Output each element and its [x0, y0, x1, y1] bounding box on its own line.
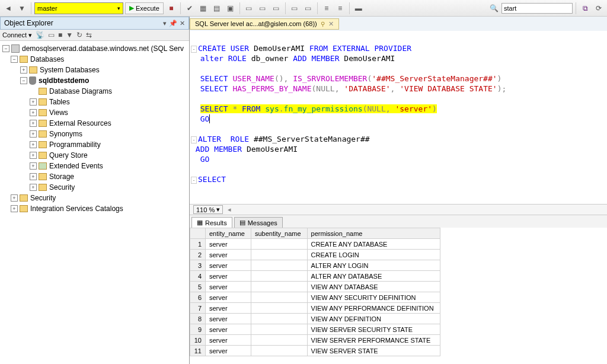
column-header[interactable]: permission_name	[307, 228, 440, 239]
column-header[interactable]: subentity_name	[251, 228, 307, 239]
grid-icon[interactable]: ▦	[197, 2, 209, 14]
close-icon[interactable]: ✕	[328, 20, 334, 28]
stop-icon[interactable]: ■	[58, 31, 62, 39]
tables-node[interactable]: Tables	[49, 98, 70, 106]
expand-icon[interactable]: +	[11, 205, 18, 212]
views-node[interactable]: Views	[49, 108, 68, 117]
server-node[interactable]: demosqlserverad.database.windows.net (SQ…	[22, 44, 184, 53]
cell[interactable]	[251, 260, 307, 271]
table-row[interactable]: 3serverALTER ANY LOGIN	[190, 260, 440, 271]
pin-icon[interactable]: 📌	[169, 20, 177, 27]
cell[interactable]	[251, 282, 307, 292]
row-number[interactable]: 4	[190, 271, 206, 282]
database-combo[interactable]: master ▾	[34, 2, 123, 14]
cell[interactable]: server	[206, 292, 251, 303]
table-row[interactable]: 7serverVIEW ANY PERFORMANCE DEFINITION	[190, 303, 440, 314]
collapse-icon[interactable]: −	[20, 77, 27, 84]
object-tree[interactable]: −demosqlserverad.database.windows.net (S…	[0, 41, 189, 364]
cell[interactable]: VIEW ANY DATABASE	[307, 282, 440, 292]
results-tab[interactable]: ▦Results	[191, 217, 232, 228]
nav-back-icon[interactable]: ◄	[2, 2, 14, 14]
table-row[interactable]: 8serverVIEW ANY DEFINITION	[190, 314, 440, 324]
cell[interactable]: ALTER ANY LOGIN	[307, 260, 440, 271]
synonyms-node[interactable]: Synonyms	[49, 130, 82, 138]
parse-icon[interactable]: ✔	[184, 2, 196, 14]
dropdown-icon[interactable]: ▾	[163, 20, 167, 27]
cell[interactable]: server	[206, 250, 251, 260]
row-number[interactable]: 1	[190, 239, 206, 250]
cell[interactable]: server	[206, 239, 251, 250]
user-db-node[interactable]: sqldbtestdemo	[39, 76, 89, 85]
expand-icon[interactable]: +	[30, 173, 37, 180]
table-row[interactable]: 11serverVIEW SERVER STATE	[190, 346, 440, 356]
cell[interactable]: VIEW SERVER PERFORMANCE STATE	[307, 335, 440, 346]
row-number[interactable]: 10	[190, 335, 206, 346]
table-row[interactable]: 9serverVIEW SERVER SECURITY STATE	[190, 324, 440, 335]
collapse-icon[interactable]: −	[11, 56, 18, 63]
expand-icon[interactable]: +	[30, 120, 37, 127]
zoom-combo[interactable]: 110 % ▾	[193, 205, 223, 214]
toolbar-icon[interactable]: ▭	[270, 2, 282, 14]
close-icon[interactable]: ✕	[180, 20, 185, 27]
refresh-icon[interactable]: ↻	[76, 31, 82, 39]
table-row[interactable]: 10serverVIEW SERVER PERFORMANCE STATE	[190, 335, 440, 346]
cell[interactable]	[251, 250, 307, 260]
expand-icon[interactable]: +	[11, 194, 18, 202]
expand-icon[interactable]: +	[30, 184, 37, 191]
vs-icon[interactable]: ⧉	[579, 2, 591, 14]
column-header[interactable]	[190, 228, 206, 239]
programmability-node[interactable]: Programmability	[49, 141, 101, 149]
sync-icon[interactable]: ⇆	[86, 31, 92, 39]
row-number[interactable]: 3	[190, 260, 206, 271]
cell[interactable]	[251, 335, 307, 346]
comment-icon[interactable]: ▬	[353, 2, 365, 14]
disconnect-icon[interactable]: ▭	[48, 31, 55, 39]
indent-icon[interactable]: ≡	[321, 2, 333, 14]
table-row[interactable]: 1serverCREATE ANY DATABASE	[190, 239, 440, 250]
toolbar-icon[interactable]: ▭	[243, 2, 255, 14]
cell[interactable]: server	[206, 271, 251, 282]
cell[interactable]: server	[206, 335, 251, 346]
cell[interactable]: VIEW ANY SECURITY DEFINITION	[307, 292, 440, 303]
cell[interactable]: server	[206, 303, 251, 314]
cell[interactable]: VIEW ANY DEFINITION	[307, 314, 440, 324]
storage-node[interactable]: Storage	[49, 173, 74, 181]
cell[interactable]	[251, 292, 307, 303]
cell[interactable]	[251, 314, 307, 324]
messages-tab[interactable]: ▤Messages	[234, 217, 283, 228]
sql-editor[interactable]: -CREATE USER DemoUserAMI FROM EXTERNAL P…	[190, 31, 607, 204]
fold-icon[interactable]: -	[191, 177, 197, 184]
outdent-icon[interactable]: ≡	[334, 2, 346, 14]
external-resources-node[interactable]: External Resources	[49, 119, 111, 127]
filter-icon[interactable]: ▼	[16, 2, 28, 14]
expand-icon[interactable]: +	[30, 152, 37, 159]
row-number[interactable]: 7	[190, 303, 206, 314]
cell[interactable]: VIEW SERVER STATE	[307, 346, 440, 356]
diagrams-node[interactable]: Database Diagrams	[49, 87, 112, 95]
table-row[interactable]: 4serverALTER ANY DATABASE	[190, 271, 440, 282]
expand-icon[interactable]: +	[30, 130, 37, 138]
security-node[interactable]: Security	[30, 194, 56, 202]
stop-icon[interactable]: ■	[165, 2, 177, 14]
cell[interactable]: VIEW ANY PERFORMANCE DEFINITION	[307, 303, 440, 314]
plan-icon[interactable]: ▣	[225, 2, 237, 14]
row-number[interactable]: 2	[190, 250, 206, 260]
toolbar-icon[interactable]: ▭	[289, 2, 301, 14]
filter-icon[interactable]: ▼	[66, 31, 73, 39]
databases-node[interactable]: Databases	[30, 55, 64, 63]
pin-icon[interactable]: ⚲	[321, 21, 325, 27]
row-number[interactable]: 9	[190, 324, 206, 335]
cell[interactable]: server	[206, 282, 251, 292]
cell[interactable]	[251, 303, 307, 314]
row-number[interactable]: 11	[190, 346, 206, 356]
row-number[interactable]: 8	[190, 314, 206, 324]
cell[interactable]	[251, 324, 307, 335]
cell[interactable]	[251, 239, 307, 250]
integration-services-node[interactable]: Integration Services Catalogs	[30, 205, 123, 213]
expand-icon[interactable]: +	[30, 162, 37, 170]
cell[interactable]: ALTER ANY DATABASE	[307, 271, 440, 282]
execute-button[interactable]: ▶ Execute	[125, 2, 164, 14]
cell[interactable]	[251, 271, 307, 282]
table-row[interactable]: 2serverCREATE LOGIN	[190, 250, 440, 260]
expand-icon[interactable]: +	[30, 98, 37, 106]
